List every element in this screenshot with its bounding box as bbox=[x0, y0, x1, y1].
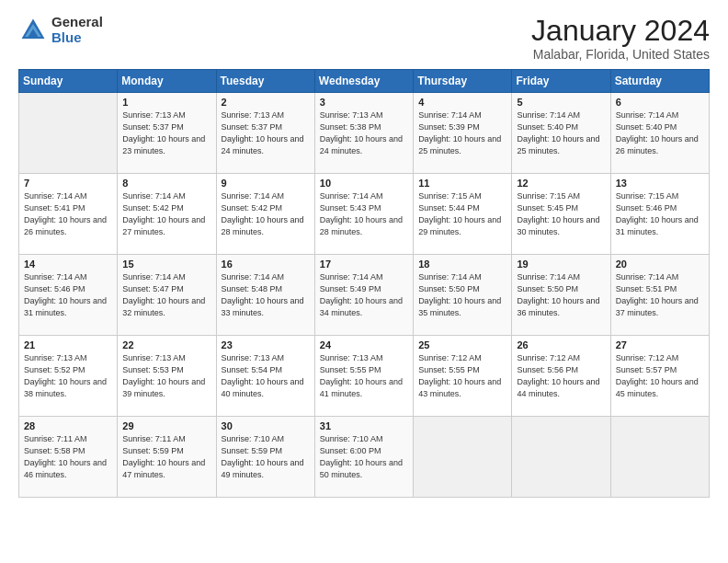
calendar-cell: 1Sunrise: 7:13 AMSunset: 5:37 PMDaylight… bbox=[118, 93, 216, 174]
day-number: 18 bbox=[418, 259, 506, 270]
calendar-cell: 16Sunrise: 7:14 AMSunset: 5:48 PMDayligh… bbox=[216, 255, 314, 336]
day-number: 6 bbox=[616, 97, 704, 108]
cell-content: Sunrise: 7:14 AMSunset: 5:48 PMDaylight:… bbox=[222, 271, 310, 319]
calendar-cell: 27Sunrise: 7:12 AMSunset: 5:57 PMDayligh… bbox=[610, 336, 709, 417]
calendar-week-4: 21Sunrise: 7:13 AMSunset: 5:52 PMDayligh… bbox=[19, 336, 710, 417]
day-number: 11 bbox=[418, 178, 506, 189]
calendar-cell: 15Sunrise: 7:14 AMSunset: 5:47 PMDayligh… bbox=[118, 255, 216, 336]
calendar-cell: 20Sunrise: 7:14 AMSunset: 5:51 PMDayligh… bbox=[610, 255, 709, 336]
calendar-cell: 30Sunrise: 7:10 AMSunset: 5:59 PMDayligh… bbox=[216, 417, 314, 498]
calendar-cell bbox=[610, 417, 709, 498]
calendar-cell: 6Sunrise: 7:14 AMSunset: 5:40 PMDaylight… bbox=[610, 93, 709, 174]
header-wednesday: Wednesday bbox=[314, 70, 413, 93]
calendar-cell: 4Sunrise: 7:14 AMSunset: 5:39 PMDaylight… bbox=[414, 93, 512, 174]
month-title: January 2024 bbox=[531, 15, 710, 47]
logo-text: General Blue bbox=[51, 15, 103, 45]
cell-content: Sunrise: 7:12 AMSunset: 5:56 PMDaylight:… bbox=[517, 352, 605, 400]
day-number: 1 bbox=[122, 97, 210, 108]
calendar-cell bbox=[19, 93, 118, 174]
calendar-cell: 12Sunrise: 7:15 AMSunset: 5:45 PMDayligh… bbox=[512, 174, 610, 255]
cell-content: Sunrise: 7:11 AMSunset: 5:59 PMDaylight:… bbox=[122, 433, 210, 481]
calendar-cell: 26Sunrise: 7:12 AMSunset: 5:56 PMDayligh… bbox=[512, 336, 610, 417]
cell-content: Sunrise: 7:13 AMSunset: 5:37 PMDaylight:… bbox=[122, 109, 210, 157]
calendar-cell: 14Sunrise: 7:14 AMSunset: 5:46 PMDayligh… bbox=[19, 255, 118, 336]
header-tuesday: Tuesday bbox=[216, 70, 314, 93]
cell-content: Sunrise: 7:13 AMSunset: 5:53 PMDaylight:… bbox=[122, 352, 210, 400]
cell-content: Sunrise: 7:14 AMSunset: 5:42 PMDaylight:… bbox=[222, 190, 310, 238]
day-number: 17 bbox=[320, 259, 408, 270]
calendar-cell: 7Sunrise: 7:14 AMSunset: 5:41 PMDaylight… bbox=[19, 174, 118, 255]
calendar-cell: 8Sunrise: 7:14 AMSunset: 5:42 PMDaylight… bbox=[118, 174, 216, 255]
calendar-cell: 5Sunrise: 7:14 AMSunset: 5:40 PMDaylight… bbox=[512, 93, 610, 174]
calendar-week-1: 1Sunrise: 7:13 AMSunset: 5:37 PMDaylight… bbox=[19, 93, 710, 174]
calendar-cell: 28Sunrise: 7:11 AMSunset: 5:58 PMDayligh… bbox=[19, 417, 118, 498]
page: General Blue January 2024 Malabar, Flori… bbox=[0, 0, 728, 563]
calendar-week-5: 28Sunrise: 7:11 AMSunset: 5:58 PMDayligh… bbox=[19, 417, 710, 498]
cell-content: Sunrise: 7:15 AMSunset: 5:45 PMDaylight:… bbox=[517, 190, 605, 238]
calendar-cell: 23Sunrise: 7:13 AMSunset: 5:54 PMDayligh… bbox=[216, 336, 314, 417]
cell-content: Sunrise: 7:13 AMSunset: 5:52 PMDaylight:… bbox=[24, 352, 112, 400]
cell-content: Sunrise: 7:11 AMSunset: 5:58 PMDaylight:… bbox=[24, 433, 112, 481]
title-block: January 2024 Malabar, Florida, United St… bbox=[531, 15, 710, 62]
calendar-cell: 3Sunrise: 7:13 AMSunset: 5:38 PMDaylight… bbox=[314, 93, 413, 174]
day-number: 28 bbox=[24, 420, 112, 431]
calendar-cell: 25Sunrise: 7:12 AMSunset: 5:55 PMDayligh… bbox=[414, 336, 512, 417]
calendar-header: Sunday Monday Tuesday Wednesday Thursday… bbox=[19, 70, 710, 93]
calendar-cell: 10Sunrise: 7:14 AMSunset: 5:43 PMDayligh… bbox=[314, 174, 413, 255]
day-number: 19 bbox=[517, 259, 605, 270]
logo-blue: Blue bbox=[51, 30, 103, 46]
day-number: 12 bbox=[517, 178, 605, 189]
calendar-table: Sunday Monday Tuesday Wednesday Thursday… bbox=[18, 69, 710, 498]
calendar-cell: 29Sunrise: 7:11 AMSunset: 5:59 PMDayligh… bbox=[118, 417, 216, 498]
day-number: 21 bbox=[24, 339, 112, 350]
cell-content: Sunrise: 7:13 AMSunset: 5:55 PMDaylight:… bbox=[320, 352, 408, 400]
day-number: 30 bbox=[222, 420, 310, 431]
calendar-week-2: 7Sunrise: 7:14 AMSunset: 5:41 PMDaylight… bbox=[19, 174, 710, 255]
cell-content: Sunrise: 7:13 AMSunset: 5:54 PMDaylight:… bbox=[222, 352, 310, 400]
logo: General Blue bbox=[18, 15, 103, 45]
day-number: 2 bbox=[222, 97, 310, 108]
day-number: 27 bbox=[616, 339, 704, 350]
cell-content: Sunrise: 7:14 AMSunset: 5:39 PMDaylight:… bbox=[418, 109, 506, 157]
calendar-cell: 24Sunrise: 7:13 AMSunset: 5:55 PMDayligh… bbox=[314, 336, 413, 417]
calendar-cell bbox=[414, 417, 512, 498]
day-number: 16 bbox=[222, 259, 310, 270]
calendar-cell: 13Sunrise: 7:15 AMSunset: 5:46 PMDayligh… bbox=[610, 174, 709, 255]
calendar-cell: 22Sunrise: 7:13 AMSunset: 5:53 PMDayligh… bbox=[118, 336, 216, 417]
day-number: 23 bbox=[222, 339, 310, 350]
calendar-cell: 18Sunrise: 7:14 AMSunset: 5:50 PMDayligh… bbox=[414, 255, 512, 336]
calendar-cell: 21Sunrise: 7:13 AMSunset: 5:52 PMDayligh… bbox=[19, 336, 118, 417]
day-number: 25 bbox=[418, 339, 506, 350]
cell-content: Sunrise: 7:14 AMSunset: 5:43 PMDaylight:… bbox=[320, 190, 408, 238]
cell-content: Sunrise: 7:14 AMSunset: 5:42 PMDaylight:… bbox=[122, 190, 210, 238]
cell-content: Sunrise: 7:14 AMSunset: 5:46 PMDaylight:… bbox=[24, 271, 112, 319]
header-monday: Monday bbox=[118, 70, 216, 93]
header-friday: Friday bbox=[512, 70, 610, 93]
day-number: 31 bbox=[320, 420, 408, 431]
day-number: 14 bbox=[24, 259, 112, 270]
cell-content: Sunrise: 7:14 AMSunset: 5:50 PMDaylight:… bbox=[517, 271, 605, 319]
header-thursday: Thursday bbox=[414, 70, 512, 93]
calendar-cell bbox=[512, 417, 610, 498]
calendar-body: 1Sunrise: 7:13 AMSunset: 5:37 PMDaylight… bbox=[19, 93, 710, 498]
cell-content: Sunrise: 7:13 AMSunset: 5:37 PMDaylight:… bbox=[222, 109, 310, 157]
logo-general: General bbox=[51, 15, 103, 30]
cell-content: Sunrise: 7:12 AMSunset: 5:55 PMDaylight:… bbox=[418, 352, 506, 400]
calendar-cell: 2Sunrise: 7:13 AMSunset: 5:37 PMDaylight… bbox=[216, 93, 314, 174]
header-sunday: Sunday bbox=[19, 70, 118, 93]
logo-icon bbox=[18, 16, 48, 45]
day-number: 4 bbox=[418, 97, 506, 108]
calendar-week-3: 14Sunrise: 7:14 AMSunset: 5:46 PMDayligh… bbox=[19, 255, 710, 336]
day-number: 5 bbox=[517, 97, 605, 108]
day-number: 24 bbox=[320, 339, 408, 350]
cell-content: Sunrise: 7:14 AMSunset: 5:47 PMDaylight:… bbox=[122, 271, 210, 319]
cell-content: Sunrise: 7:14 AMSunset: 5:50 PMDaylight:… bbox=[418, 271, 506, 319]
day-number: 29 bbox=[122, 420, 210, 431]
cell-content: Sunrise: 7:14 AMSunset: 5:49 PMDaylight:… bbox=[320, 271, 408, 319]
day-number: 20 bbox=[616, 259, 704, 270]
cell-content: Sunrise: 7:15 AMSunset: 5:44 PMDaylight:… bbox=[418, 190, 506, 238]
cell-content: Sunrise: 7:12 AMSunset: 5:57 PMDaylight:… bbox=[616, 352, 704, 400]
day-number: 8 bbox=[122, 178, 210, 189]
cell-content: Sunrise: 7:14 AMSunset: 5:51 PMDaylight:… bbox=[616, 271, 704, 319]
day-number: 9 bbox=[222, 178, 310, 189]
